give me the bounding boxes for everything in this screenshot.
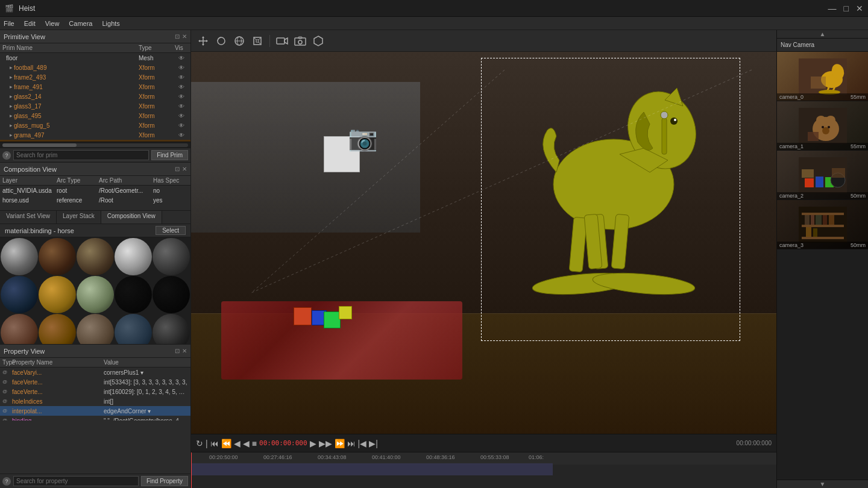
prim-row[interactable]: ▸ glass_495 Xform 👁 (0, 111, 190, 120)
material-ball[interactable] (77, 314, 114, 344)
prop-view-close[interactable]: ✕ (182, 348, 187, 354)
maximize-button[interactable]: □ (844, 4, 849, 13)
prim-row[interactable]: ▸ glass3_17 Xform 👁 (0, 101, 190, 111)
menu-file[interactable]: File (4, 20, 14, 27)
menu-edit[interactable]: Edit (24, 20, 36, 27)
timeline-ruler[interactable]: 00:20:50:00 00:27:46:16 00:34:43:08 00:4… (191, 452, 776, 488)
tool-world[interactable] (232, 34, 247, 48)
prim-vis[interactable]: 👁 (175, 132, 188, 139)
material-ball[interactable] (77, 238, 114, 275)
scroll-down-button[interactable]: ▼ (777, 480, 868, 488)
prim-find-button[interactable]: Find Prim (151, 150, 188, 160)
prim-help-button[interactable]: ? (2, 151, 11, 160)
comp-cell-path: /Root (99, 197, 153, 204)
material-ball[interactable] (115, 276, 152, 313)
material-ball[interactable] (115, 314, 152, 344)
prim-h-scroll[interactable] (0, 142, 190, 148)
tab-composition-view[interactable]: Composition View (101, 211, 162, 224)
camera-thumb-1[interactable]: camera_1 55mm (777, 101, 868, 151)
svg-rect-61 (802, 225, 844, 227)
prim-vis[interactable]: 👁 (175, 55, 188, 61)
tab-variant-set[interactable]: Variant Set View (0, 211, 57, 224)
material-ball[interactable] (1, 314, 38, 344)
prim-vis[interactable]: 👁 (175, 64, 188, 71)
btn-to-end[interactable]: ⏭ (347, 439, 356, 448)
material-ball[interactable] (153, 238, 190, 275)
tool-camera[interactable] (275, 34, 289, 48)
close-button[interactable]: ✕ (856, 4, 863, 13)
prim-vis[interactable]: 👁 (175, 84, 188, 90)
prim-vis[interactable]: 👁 (175, 74, 188, 81)
btn-play2[interactable]: ▶▶ (319, 439, 332, 448)
prim-view-pin[interactable]: ⊡ (175, 33, 180, 40)
material-ball[interactable] (1, 238, 38, 275)
prim-vis[interactable]: 👁 (175, 113, 188, 119)
prim-row[interactable]: ▸ football_489 Xform 👁 (0, 63, 190, 72)
prim-row[interactable]: ▸ frame_491 Xform 👁 (0, 82, 190, 92)
prim-vis[interactable]: 👁 (175, 93, 188, 100)
prim-row[interactable]: ▸ glass2_14 Xform 👁 (0, 92, 190, 101)
menu-lights[interactable]: Lights (102, 20, 119, 27)
prim-vis[interactable]: 👁 (175, 103, 188, 110)
comp-row[interactable]: attic_NVIDIA.usda root /Root/Geometr... … (0, 186, 190, 195)
tool-hex[interactable] (311, 34, 326, 48)
btn-play[interactable]: ▶ (310, 439, 316, 448)
tool-photo[interactable] (293, 34, 307, 48)
tool-rotate[interactable] (214, 34, 228, 48)
tab-layer-stack[interactable]: Layer Stack (57, 211, 101, 224)
material-ball[interactable] (1, 276, 38, 313)
btn-stop[interactable]: ■ (252, 439, 257, 448)
material-ball[interactable] (39, 314, 76, 344)
comp-view-pin[interactable]: ⊡ (175, 166, 180, 172)
btn-loop[interactable]: ↻ (196, 439, 203, 448)
btn-to-start[interactable]: ⏮ (210, 439, 219, 448)
tool-move[interactable] (196, 34, 210, 48)
prim-row[interactable]: floor Mesh 👁 (0, 53, 190, 63)
btn-mark[interactable]: |◀ (358, 439, 367, 448)
material-ball[interactable] (153, 276, 190, 313)
prop-row[interactable]: @ binding " ", /Root/Geometry/horse_499/… (0, 416, 190, 421)
viewport[interactable]: 📷 (191, 52, 776, 434)
prop-find-button[interactable]: Find Property (141, 476, 188, 486)
btn-reverse2[interactable]: ◀ (243, 439, 250, 448)
comp-view-close[interactable]: ✕ (182, 166, 187, 172)
comp-row[interactable]: horse.usd reference /Root yes (0, 195, 190, 205)
scroll-up-button[interactable]: ▲ (777, 30, 868, 39)
camera-thumb-3[interactable]: camera_3 50mm (777, 200, 868, 249)
btn-mark2[interactable]: ▶| (369, 439, 378, 448)
material-select-button[interactable]: Select (156, 226, 186, 235)
tool-box[interactable] (250, 34, 265, 48)
prop-row[interactable]: @ faceVaryi... cornersPlus1 ▾ (0, 368, 190, 377)
prop-help-button[interactable]: ? (2, 477, 11, 486)
prim-row[interactable]: ▸ frame2_493 Xform 👁 (0, 72, 190, 82)
btn-reverse[interactable]: ◀ (234, 439, 241, 448)
prim-search-input[interactable] (13, 150, 149, 160)
minimize-button[interactable]: — (828, 4, 837, 13)
prop-row[interactable]: @ faceVerte... int[53343]: [3, 3, 3, 3, … (0, 377, 190, 387)
menu-view[interactable]: View (45, 20, 60, 27)
prop-search-input[interactable] (13, 476, 139, 486)
camera-thumb-2[interactable]: camera_2 50mm (777, 151, 868, 200)
prop-row[interactable]: @ faceVerte... int[160029]: [0, 1, 2, 3,… (0, 387, 190, 396)
comp-table-header: Layer Arc Type Arc Path Has Spec (0, 176, 190, 186)
playhead[interactable] (191, 452, 192, 488)
toy-block-3 (324, 311, 341, 328)
ruler-track: 00:20:50:00 00:27:46:16 00:34:43:08 00:4… (191, 452, 776, 465)
prop-row[interactable]: @ holeIndices int[] (0, 396, 190, 406)
menu-camera[interactable]: Camera (69, 20, 92, 27)
prim-row[interactable]: ▸ grama_497 Xform 👁 (0, 130, 190, 140)
btn-next-frame[interactable]: ⏩ (335, 439, 345, 448)
prop-view-pin[interactable]: ⊡ (175, 348, 180, 354)
prop-row-selected[interactable]: @ interpolat... edgeAndCorner ▾ (0, 406, 190, 416)
material-ball[interactable] (39, 276, 76, 313)
material-ball[interactable] (39, 238, 76, 275)
svg-point-29 (592, 270, 696, 298)
prim-view-close[interactable]: ✕ (182, 33, 187, 40)
material-ball[interactable] (77, 276, 114, 313)
prim-row[interactable]: ▸ glass_mug_5 Xform 👁 (0, 120, 190, 130)
prim-vis[interactable]: 👁 (175, 122, 188, 129)
btn-prev-frame[interactable]: ⏪ (221, 439, 231, 448)
material-ball[interactable] (115, 238, 152, 275)
camera-thumb-0[interactable]: camera_0 55mm (777, 52, 868, 101)
material-ball[interactable] (153, 314, 190, 344)
